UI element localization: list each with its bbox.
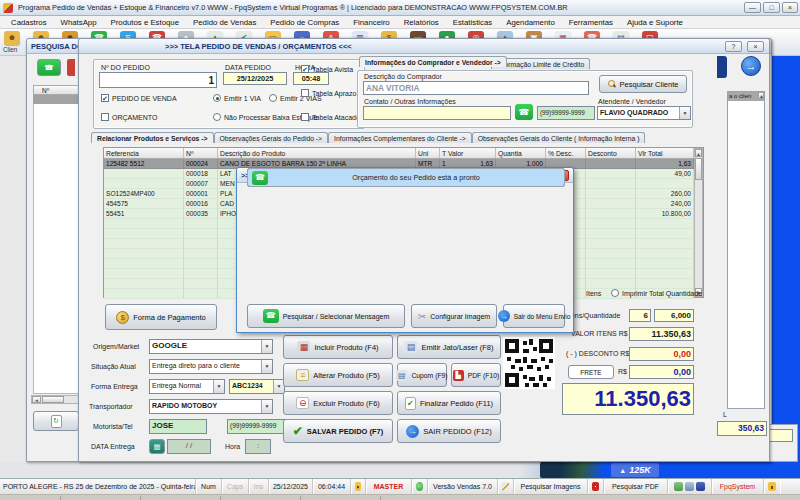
term-table-checkbox[interactable]: Tabela Aprazo <box>301 89 356 97</box>
menu-item[interactable]: Produtos e Estoque <box>104 18 187 27</box>
menu-item[interactable]: Cadastros <box>4 18 54 27</box>
chevron-down-icon: ▼ <box>261 360 272 373</box>
exit-order-button[interactable]: →SAIR PEDIDO (F12) <box>397 419 501 443</box>
grid-header-cell[interactable]: T Valor <box>440 148 496 158</box>
freight-button[interactable]: FRETE <box>568 365 614 379</box>
side-list[interactable]: a o clien ▲ <box>727 91 765 409</box>
exit-menu-button[interactable]: →Sair do Menu Envio <box>503 304 565 328</box>
carrier-select[interactable]: RAPIDO MOTOBOY▼ <box>149 399 273 414</box>
tab-client-info[interactable]: Informações Complementares do Cliente -> <box>328 132 472 143</box>
search-list[interactable] <box>33 104 83 394</box>
wholesale-table-checkbox[interactable]: Tabela Atacado <box>301 113 360 121</box>
pdf-button[interactable]: ▙PDF (F10) <box>451 363 501 387</box>
sale-order-checkbox[interactable]: ✔PEDIDO DE VENDA <box>101 94 177 102</box>
grid-header-cell[interactable]: Vlr Total <box>636 148 694 158</box>
search-mini-grid-header: Nº <box>33 85 83 95</box>
quote-checkbox[interactable]: ORÇAMENTO <box>101 113 157 121</box>
printer-icon: ▤ <box>404 341 417 353</box>
buyer-phone-field[interactable]: (99)99999-9999 <box>537 106 595 120</box>
status-search-images[interactable]: Pesquisar Imagens <box>514 479 588 494</box>
menu-item[interactable]: Ajuda e Suporte <box>620 18 690 27</box>
document-refresh-icon: ↻ <box>51 415 62 428</box>
add-product-button[interactable]: ▦Incluir Produto (F4) <box>283 335 393 359</box>
grid-header-cell[interactable]: Nº <box>184 148 218 158</box>
freight-field[interactable]: 0,00 <box>629 365 694 379</box>
cash-table-checkbox[interactable]: ✔Tabela Avista <box>301 65 353 73</box>
restore-button[interactable]: □ <box>763 2 780 13</box>
origin-select[interactable]: GOOGLE▼ <box>149 339 273 354</box>
calendar-button[interactable]: ▦ <box>149 439 165 454</box>
order-close-button[interactable]: × <box>747 41 764 52</box>
status-caps: Caps <box>222 479 249 494</box>
discount-field[interactable]: 0,00 <box>629 347 694 361</box>
delivery-hour-field[interactable]: : <box>245 439 271 454</box>
menu-item[interactable]: Agendamento <box>499 18 562 27</box>
grid-header-cell[interactable]: % Desc. <box>546 148 586 158</box>
search-message-button[interactable]: ☎Pesquisar / Selecionar Mensagem <box>247 304 405 328</box>
contact-field[interactable] <box>363 106 511 120</box>
search-red-button-sliver[interactable] <box>67 59 75 76</box>
order-number-field[interactable]: 1 <box>99 72 217 88</box>
coupon-button[interactable]: ▤Cupom (F9) <box>397 363 447 387</box>
configure-image-button[interactable]: ✂Configurar Imagem <box>411 304 497 328</box>
grid-header-cell[interactable]: Quantia <box>496 148 546 158</box>
order-help-button[interactable]: ? <box>725 41 742 52</box>
pdf-icon: ▙ <box>453 370 464 381</box>
search-icon <box>608 80 616 88</box>
situation-select[interactable]: Entrega direto para o cliente▼ <box>149 359 273 374</box>
delete-product-button[interactable]: ⊖Excluir Produto (F6) <box>283 391 393 415</box>
menu-item[interactable]: Ferramentas <box>562 18 620 27</box>
edit-product-button[interactable]: ≡Alterar Produto (F5) <box>283 363 393 387</box>
grid-header-cell[interactable]: Uni <box>416 148 440 158</box>
whatsapp-icon: ☎ <box>252 171 268 185</box>
coins-icon: $ <box>116 311 129 324</box>
payment-method-button[interactable]: $ Forma de Pagamento <box>105 304 217 330</box>
menu-item[interactable]: Pedido de Compras <box>263 18 346 27</box>
seller-select[interactable]: FLAVIO QUADRADO▼ <box>597 106 691 120</box>
grid-vscrollbar[interactable]: ▲ ▼ <box>694 148 703 297</box>
minimize-button[interactable]: — <box>744 2 761 13</box>
whatsapp-modal[interactable]: >>> MENU DE MENSAGENS A ENVIAR PARA WHAT… <box>236 167 574 333</box>
order-date-field[interactable]: 25/12/2025 <box>223 72 287 85</box>
finalize-order-button[interactable]: ✔Finalizar Pedido (F11) <box>397 391 501 415</box>
order-window-titlebar[interactable]: >>> TELA PEDIDO DE VENDAS / ORÇAMENTOS <… <box>79 39 769 54</box>
menu-item[interactable]: Estatisticas <box>446 18 499 27</box>
clients-icon[interactable]: ☻ <box>4 31 20 45</box>
grid-header-cell[interactable]: Descrição do Produto <box>218 148 416 158</box>
document-check-icon: ✔ <box>405 397 416 410</box>
print-total-qty-radio[interactable]: Imprimir Total Quantidade <box>611 289 702 297</box>
search-whatsapp-button[interactable]: ☎ <box>37 59 61 76</box>
driver-phone-field[interactable]: (99)99999-9999 <box>227 419 289 434</box>
print-1-copy-radio[interactable]: Emitir 1 VIA <box>213 94 261 102</box>
search-hscrollbar[interactable]: ◂ <box>31 395 85 404</box>
search-selected-row[interactable] <box>33 95 83 104</box>
buyer-name-field[interactable]: ANA VITORIA <box>363 81 589 95</box>
delivery-select[interactable]: Entrega Normal▼ <box>149 379 225 394</box>
tab-order-notes[interactable]: Observações Gerais do Pedido -> <box>214 132 329 143</box>
print-laser-button[interactable]: ▤Emitir Jato/Laser (F8) <box>397 335 501 359</box>
menu-item[interactable]: WhatsApp <box>54 18 104 27</box>
plate-select[interactable]: ABC1234▼ <box>229 379 285 394</box>
status-date: 25/12/2025 <box>269 479 313 494</box>
close-button[interactable]: × <box>782 2 798 13</box>
side-arrow-button[interactable]: → <box>741 56 761 76</box>
tab-buyer-info[interactable]: Informações do Comprador e Vendedor -> <box>359 56 507 67</box>
save-order-button[interactable]: ✔SALVAR PEDIDO (F7) <box>283 419 393 443</box>
grid-header-cell[interactable]: Desconto <box>586 148 636 158</box>
search-report-button[interactable]: ↻ <box>33 411 79 431</box>
menu-item[interactable]: Pedido de Vendas <box>186 18 263 27</box>
grid-header-cell[interactable]: Referencia <box>104 148 184 158</box>
menu-item[interactable]: Financeiro <box>346 18 396 27</box>
whatsapp-icon[interactable]: ☎ <box>515 104 533 120</box>
search-client-button[interactable]: Pesquisar Cliente <box>599 75 687 93</box>
status-search-pdf[interactable]: Pesquisar PDF <box>604 479 668 494</box>
discount-label: ( - ) DESCONTO R$ <box>566 350 629 357</box>
tab-products[interactable]: Relacionar Produtos e Serviços -> <box>91 132 214 143</box>
order-time-field[interactable]: 05:48 <box>293 72 329 85</box>
tab-client-notes[interactable]: Observações Gerais do Cliente ( Informaç… <box>472 132 646 143</box>
menu-item[interactable]: Relatórios <box>397 18 446 27</box>
whatsapp-message-button[interactable]: ☎ Orçamento do seu Pedido está a pronto <box>247 168 565 187</box>
status-brand: FpqSystem <box>712 479 764 494</box>
driver-field[interactable]: JOSE <box>149 419 207 434</box>
delivery-date-field[interactable]: / / <box>167 439 211 454</box>
